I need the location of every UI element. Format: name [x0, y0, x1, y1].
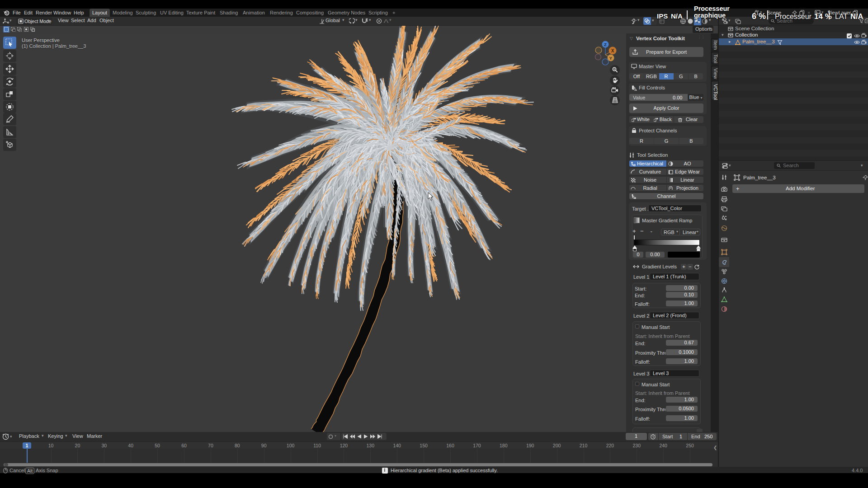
svg-text:Y: Y: [609, 56, 613, 61]
svg-text:Z: Z: [604, 42, 607, 47]
svg-text:X: X: [611, 48, 614, 53]
